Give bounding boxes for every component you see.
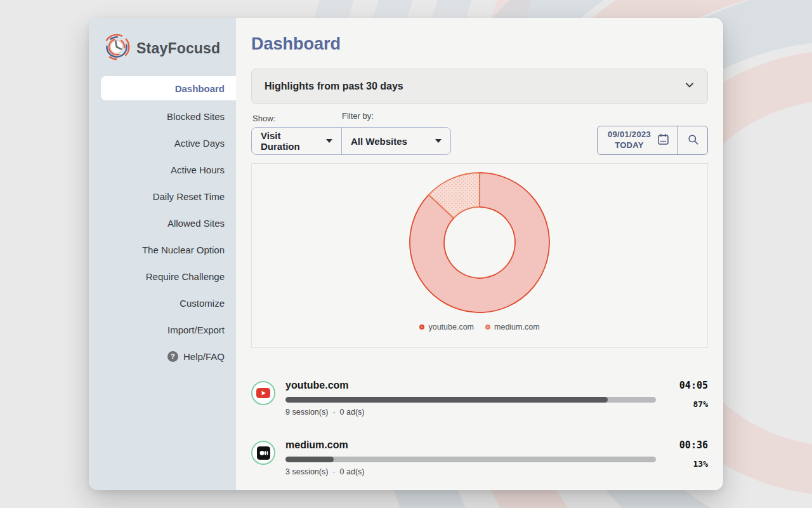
sidebar-item-the-nuclear-option[interactable]: The Nuclear Option [89, 236, 236, 263]
date-picker-button[interactable]: 09/01/2023 TODAY [598, 126, 678, 154]
chart-panel: youtube.com medium.com [251, 163, 708, 348]
sidebar-item-label: Blocked Sites [167, 111, 225, 122]
highlights-label: Highlights from past 30 days [265, 81, 403, 92]
highlights-accordion[interactable]: Highlights from past 30 days [251, 69, 708, 104]
page-background: StayFocusd DashboardBlocked SitesActive … [0, 0, 812, 508]
time-spent: 04:05 [666, 380, 708, 391]
show-dropdown-value: Visit Duration [261, 130, 320, 152]
search-icon [687, 133, 699, 148]
dot-separator: · [332, 467, 335, 476]
sidebar-item-daily-reset-time[interactable]: Daily Reset Time [89, 183, 236, 210]
page-title: Dashboard [251, 34, 708, 54]
sidebar-item-help-faq[interactable]: ?Help/FAQ [89, 343, 236, 370]
main-content: Dashboard Highlights from past 30 days S… [236, 18, 723, 490]
sidebar-item-label: Daily Reset Time [153, 191, 225, 202]
ad-count: 0 ad(s) [340, 467, 365, 476]
percent-share: 13% [666, 459, 708, 469]
caret-down-icon [435, 139, 442, 143]
help-circle-icon: ? [167, 351, 178, 362]
site-row-medium: medium.com 3 session(s) · 0 ad(s) 00:36 … [251, 439, 708, 476]
caret-down-icon [326, 139, 332, 143]
filter-by-label: Filter by: [341, 111, 374, 121]
filter-by-dropdown[interactable]: All Websites [341, 128, 450, 154]
search-button[interactable] [678, 126, 707, 154]
donut-chart[interactable] [384, 166, 575, 324]
chevron-down-icon [684, 80, 695, 93]
sidebar-item-label: Import/Export [167, 324, 225, 335]
app-window: StayFocusd DashboardBlocked SitesActive … [89, 18, 723, 490]
sidebar-item-allowed-sites[interactable]: Allowed Sites [89, 210, 236, 236]
usage-progress-bar [285, 397, 656, 403]
app-logo: StayFocusd [89, 18, 236, 70]
sidebar-item-label: Customize [180, 298, 225, 309]
site-name: youtube.com [285, 380, 656, 391]
session-count: 9 session(s) [285, 408, 328, 417]
calendar-icon [657, 133, 670, 149]
legend-item-medium[interactable]: medium.com [485, 323, 540, 331]
sidebar-item-blocked-sites[interactable]: Blocked Sites [89, 103, 236, 130]
chart-legend: youtube.com medium.com [419, 323, 539, 331]
sidebar-item-import-export[interactable]: Import/Export [89, 316, 236, 343]
session-count: 3 session(s) [285, 467, 328, 476]
date-search-group: 09/01/2023 TODAY [597, 126, 708, 155]
filter-by-dropdown-value: All Websites [351, 136, 407, 147]
sidebar-item-label: Require Challenge [146, 271, 225, 282]
percent-share: 87% [666, 399, 708, 409]
show-dropdown[interactable]: Visit Duration [252, 128, 341, 154]
sidebar-item-require-challenge[interactable]: Require Challenge [89, 263, 236, 290]
sidebar-item-label: Active Hours [171, 164, 225, 175]
medium-icon [251, 441, 275, 465]
usage-progress-bar [285, 457, 656, 462]
date-subtitle: TODAY [615, 140, 644, 150]
sidebar-nav: DashboardBlocked SitesActive DaysActive … [89, 76, 236, 370]
clock-logo-icon [103, 33, 131, 64]
sidebar-item-active-days[interactable]: Active Days [89, 130, 236, 156]
dot-separator: · [332, 408, 335, 417]
legend-item-youtube[interactable]: youtube.com [419, 323, 474, 331]
legend-marker-medium-icon [485, 324, 490, 330]
sidebar: StayFocusd DashboardBlocked SitesActive … [89, 18, 236, 490]
sidebar-item-label: Dashboard [175, 83, 225, 94]
sidebar-item-customize[interactable]: Customize [89, 290, 236, 316]
sidebar-item-label: Active Days [174, 138, 225, 149]
time-spent: 00:36 [666, 439, 708, 451]
site-name: medium.com [285, 439, 656, 451]
youtube-icon [251, 381, 275, 405]
date-value: 09/01/2023 [608, 130, 651, 139]
app-title: StayFocusd [136, 40, 220, 57]
sidebar-item-dashboard[interactable]: Dashboard [101, 76, 236, 100]
sidebar-item-label: Allowed Sites [167, 218, 225, 229]
sidebar-item-label: Help/FAQ [183, 351, 225, 362]
legend-marker-youtube-icon [419, 324, 424, 330]
sidebar-item-label: The Nuclear Option [142, 244, 225, 255]
sidebar-item-active-hours[interactable]: Active Hours [89, 156, 236, 183]
site-row-youtube: youtube.com 9 session(s) · 0 ad(s) 04:05… [251, 380, 708, 417]
ad-count: 0 ad(s) [340, 408, 365, 417]
